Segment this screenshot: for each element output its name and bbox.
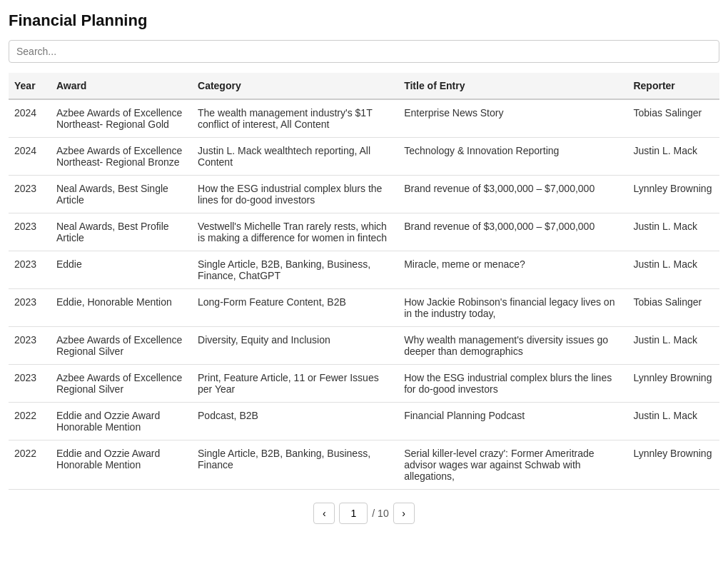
cell-title: Miracle, meme or menace? [398, 251, 627, 289]
cell-year: 2023 [9, 289, 51, 327]
table-row: 2023Eddie, Honorable MentionLong-Form Fe… [9, 289, 719, 327]
col-header-reporter: Reporter [627, 73, 719, 99]
cell-reporter: Justin L. Mack [627, 327, 719, 365]
cell-category: Single Article, B2B, Banking, Business, … [192, 440, 398, 490]
cell-year: 2023 [9, 251, 51, 289]
cell-category: Diversity, Equity and Inclusion [192, 327, 398, 365]
cell-category: Justin L. Mack wealthtech reporting, All… [192, 138, 398, 176]
table-row: 2023Azbee Awards of Excellence Regional … [9, 327, 719, 365]
cell-category: Print, Feature Article, 11 or Fewer Issu… [192, 365, 398, 403]
cell-reporter: Lynnley Browning [627, 176, 719, 213]
cell-title: Why wealth management's diversity issues… [398, 327, 627, 365]
cell-reporter: Justin L. Mack [627, 251, 719, 289]
table-row: 2024Azbee Awards of Excellence Northeast… [9, 99, 719, 138]
col-header-category: Category [192, 73, 398, 99]
cell-award: Eddie and Ozzie Award Honorable Mention [51, 440, 192, 490]
cell-award: Eddie and Ozzie Award Honorable Mention [51, 403, 192, 440]
table-row: 2022Eddie and Ozzie Award Honorable Ment… [9, 440, 719, 490]
table-header-row: Year Award Category Title of Entry Repor… [9, 73, 719, 99]
cell-category: Podcast, B2B [192, 403, 398, 440]
cell-title: Serial killer-level crazy': Former Ameri… [398, 440, 627, 490]
cell-category: Vestwell's Michelle Tran rarely rests, w… [192, 213, 398, 251]
cell-category: Long-Form Feature Content, B2B [192, 289, 398, 327]
cell-award: Eddie, Honorable Mention [51, 289, 192, 327]
cell-reporter: Tobias Salinger [627, 289, 719, 327]
table-body: 2024Azbee Awards of Excellence Northeast… [9, 99, 719, 490]
prev-page-button[interactable]: ‹ [313, 503, 335, 524]
cell-award: Neal Awards, Best Single Article [51, 176, 192, 213]
table-row: 2024Azbee Awards of Excellence Northeast… [9, 138, 719, 176]
cell-reporter: Justin L. Mack [627, 403, 719, 440]
cell-title: Technology & Innovation Reporting [398, 138, 627, 176]
cell-title: Brand revenue of $3,000,000 – $7,000,000 [398, 213, 627, 251]
table-row: 2023Neal Awards, Best Single ArticleHow … [9, 176, 719, 213]
table-row: 2023Azbee Awards of Excellence Regional … [9, 365, 719, 403]
awards-table: Year Award Category Title of Entry Repor… [9, 73, 719, 490]
cell-year: 2023 [9, 327, 51, 365]
page-number-input[interactable] [339, 503, 368, 524]
page-title: Financial Planning [9, 11, 719, 30]
app-container: Financial Planning Year Award Category T… [0, 0, 728, 535]
next-page-button[interactable]: › [393, 503, 415, 524]
cell-reporter: Tobias Salinger [627, 99, 719, 138]
col-header-award: Award [51, 73, 192, 99]
cell-category: The wealth management industry's $1T con… [192, 99, 398, 138]
cell-reporter: Lynnley Browning [627, 440, 719, 490]
table-row: 2022Eddie and Ozzie Award Honorable Ment… [9, 403, 719, 440]
cell-year: 2023 [9, 176, 51, 213]
cell-award: Neal Awards, Best Profile Article [51, 213, 192, 251]
col-header-year: Year [9, 73, 51, 99]
cell-award: Azbee Awards of Excellence Northeast- Re… [51, 99, 192, 138]
cell-year: 2022 [9, 440, 51, 490]
cell-title: Brand revenue of $3,000,000 – $7,000,000 [398, 176, 627, 213]
cell-award: Azbee Awards of Excellence Regional Silv… [51, 327, 192, 365]
cell-title: How the ESG industrial complex blurs the… [398, 365, 627, 403]
cell-reporter: Justin L. Mack [627, 138, 719, 176]
page-total: / 10 [372, 508, 388, 519]
cell-category: How the ESG industrial complex blurs the… [192, 176, 398, 213]
search-container [9, 40, 719, 63]
cell-year: 2022 [9, 403, 51, 440]
cell-title: How Jackie Robinson's financial legacy l… [398, 289, 627, 327]
search-input[interactable] [9, 40, 719, 63]
cell-year: 2024 [9, 99, 51, 138]
cell-category: Single Article, B2B, Banking, Business, … [192, 251, 398, 289]
col-header-title: Title of Entry [398, 73, 627, 99]
cell-award: Azbee Awards of Excellence Northeast- Re… [51, 138, 192, 176]
table-row: 2023EddieSingle Article, B2B, Banking, B… [9, 251, 719, 289]
pagination: ‹ / 10 › [9, 503, 719, 524]
cell-award: Azbee Awards of Excellence Regional Silv… [51, 365, 192, 403]
cell-title: Enterprise News Story [398, 99, 627, 138]
table-row: 2023Neal Awards, Best Profile ArticleVes… [9, 213, 719, 251]
cell-reporter: Lynnley Browning [627, 365, 719, 403]
cell-year: 2023 [9, 213, 51, 251]
cell-award: Eddie [51, 251, 192, 289]
cell-reporter: Justin L. Mack [627, 213, 719, 251]
cell-year: 2023 [9, 365, 51, 403]
cell-title: Financial Planning Podcast [398, 403, 627, 440]
cell-year: 2024 [9, 138, 51, 176]
